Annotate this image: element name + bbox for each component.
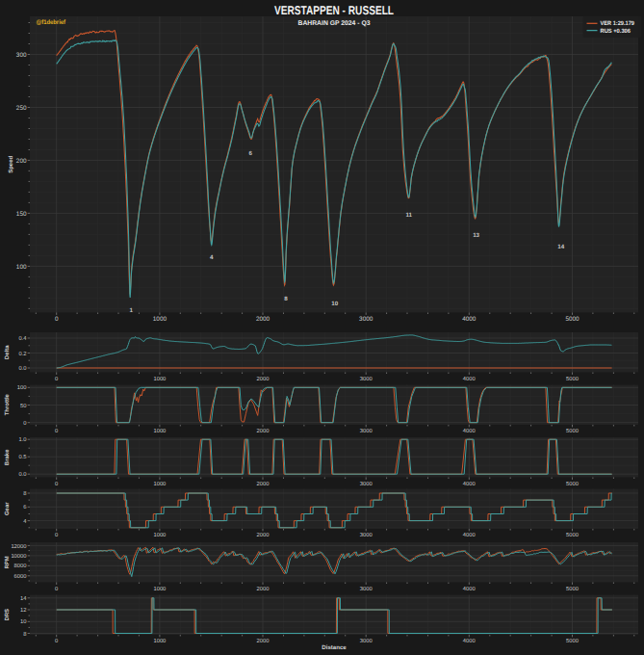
svg-text:2000: 2000 [257,532,270,538]
svg-text:Distance: Distance [322,644,347,651]
svg-text:11: 11 [406,212,413,219]
svg-text:@f1debrief: @f1debrief [37,19,66,26]
svg-text:5000: 5000 [566,428,579,434]
svg-text:4000: 4000 [462,316,477,323]
svg-text:0: 0 [55,532,58,538]
svg-text:13: 13 [473,232,479,239]
svg-text:14: 14 [20,596,27,602]
svg-text:5000: 5000 [566,638,579,644]
svg-text:1000: 1000 [153,316,167,323]
svg-text:5000: 5000 [566,586,579,592]
svg-text:2000: 2000 [257,428,270,434]
svg-text:6000: 6000 [14,573,27,580]
svg-text:5000: 5000 [566,376,579,382]
svg-text:1000: 1000 [153,532,166,538]
svg-text:300: 300 [16,52,27,59]
svg-text:Speed: Speed [9,155,15,172]
svg-text:0.0: 0.0 [18,471,26,478]
svg-text:4000: 4000 [463,481,476,487]
svg-text:1000: 1000 [153,376,166,382]
svg-text:1.0: 1.0 [18,436,26,443]
svg-text:0: 0 [55,481,58,487]
svg-text:150: 150 [16,211,27,218]
svg-text:10: 10 [331,301,338,307]
svg-text:4000: 4000 [463,586,476,592]
svg-text:12: 12 [20,607,26,614]
svg-text:BAHRAIN GP 2024 - Q3: BAHRAIN GP 2024 - Q3 [297,20,370,27]
svg-text:DRS: DRS [5,609,12,621]
svg-text:3000: 3000 [360,638,373,644]
svg-text:200: 200 [16,158,27,165]
svg-text:8: 8 [284,296,288,302]
svg-text:4000: 4000 [463,376,476,382]
svg-text:2000: 2000 [257,586,270,592]
svg-text:5000: 5000 [566,532,579,538]
svg-text:6: 6 [248,150,252,157]
svg-text:100: 100 [17,384,27,391]
svg-text:1: 1 [130,307,134,314]
svg-text:0.2: 0.2 [18,351,26,357]
svg-text:8: 8 [23,631,26,638]
svg-text:Throttle: Throttle [5,393,12,415]
svg-text:4000: 4000 [463,638,476,644]
svg-text:4000: 4000 [463,532,476,538]
svg-text:0: 0 [23,420,26,427]
svg-text:10000: 10000 [11,553,26,560]
svg-text:VERSTAPPEN - RUSSELL: VERSTAPPEN - RUSSELL [274,3,394,17]
svg-text:3000: 3000 [360,532,373,538]
svg-text:VER 1:29.179: VER 1:29.179 [601,20,635,27]
svg-text:0: 0 [55,638,58,644]
svg-text:3000: 3000 [359,316,374,323]
svg-text:0: 0 [55,428,58,434]
svg-text:12000: 12000 [11,543,26,550]
svg-text:Gear: Gear [5,502,12,515]
svg-text:0: 0 [55,316,59,323]
svg-text:2000: 2000 [257,481,270,487]
svg-text:50: 50 [20,403,26,409]
svg-text:14: 14 [557,244,564,250]
svg-text:0: 0 [55,586,58,592]
svg-text:0.5: 0.5 [18,454,26,460]
svg-text:1000: 1000 [153,586,166,592]
svg-text:10: 10 [20,618,26,625]
svg-text:3000: 3000 [360,481,373,487]
svg-text:100: 100 [16,264,27,271]
svg-text:2000: 2000 [256,316,270,323]
svg-text:3000: 3000 [360,586,373,592]
svg-text:0: 0 [55,376,58,382]
svg-text:250: 250 [16,105,27,112]
svg-text:2000: 2000 [257,638,270,644]
svg-text:1000: 1000 [153,638,166,644]
svg-text:4: 4 [210,254,214,261]
svg-text:RUS +0.306: RUS +0.306 [601,28,631,35]
svg-text:0.0: 0.0 [18,365,26,372]
svg-text:4000: 4000 [463,428,476,434]
svg-text:Delta: Delta [5,345,12,359]
svg-text:0.4: 0.4 [18,335,27,342]
svg-text:2000: 2000 [257,376,270,382]
svg-text:Brake: Brake [5,449,12,465]
svg-text:5000: 5000 [566,481,579,487]
svg-text:3000: 3000 [360,428,373,434]
svg-text:3000: 3000 [360,376,373,382]
svg-text:1000: 1000 [153,428,166,434]
svg-text:5000: 5000 [565,316,580,323]
svg-text:RPM: RPM [5,556,12,568]
svg-text:8000: 8000 [14,563,27,569]
svg-text:6: 6 [23,504,26,511]
svg-text:8: 8 [23,490,26,497]
svg-text:1000: 1000 [153,481,166,487]
